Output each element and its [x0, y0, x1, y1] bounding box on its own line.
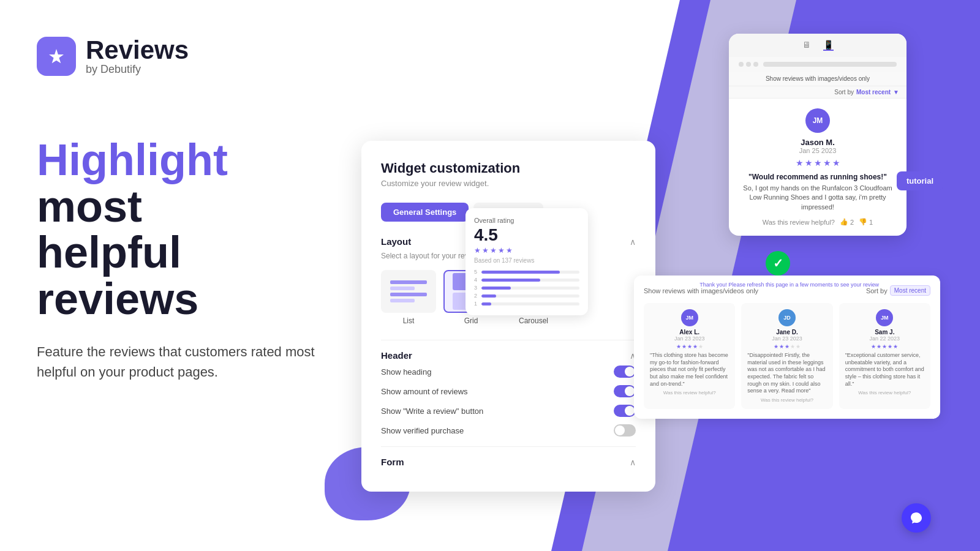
- o-star-4: ★: [498, 246, 505, 255]
- rating-bars: 5 4 3 2 1: [474, 269, 579, 307]
- mini-star-2-3: ★: [785, 343, 790, 350]
- divider-2: [381, 446, 636, 447]
- toggle-row-show-write: Show "Write a review" button: [381, 405, 636, 417]
- layout-option-list[interactable]: List: [381, 270, 436, 325]
- mini-name-1: Alex L.: [650, 329, 729, 335]
- mini-star-2-1: ★: [774, 343, 778, 350]
- toggle-show-heading[interactable]: [614, 365, 636, 378]
- filter-text: Show reviews with images/videos only: [766, 75, 870, 82]
- list-line-4: [390, 299, 415, 302]
- logo-icon: [37, 37, 76, 76]
- bar-track-5: [481, 271, 579, 274]
- preview-top-bar: 🖥 📱: [729, 34, 907, 57]
- bar-fill-4: [481, 279, 540, 282]
- bar-track-4: [481, 279, 579, 282]
- o-star-3: ★: [490, 246, 497, 255]
- bar-row-2: 2: [474, 293, 579, 299]
- layout-thumb-list: [381, 270, 436, 313]
- bar-row-3: 3: [474, 285, 579, 291]
- layout-chevron-icon: ∧: [630, 237, 636, 247]
- panel-subtitle: Customize your review widget.: [381, 179, 636, 188]
- filter-bar-line: [763, 62, 897, 67]
- logo-container: Reviews by Debutify: [37, 37, 331, 76]
- helpful-row: Was this review helpful? 👍 2 👎 1: [739, 218, 897, 226]
- tablet-icon[interactable]: 📱: [823, 40, 834, 51]
- tutorial-button[interactable]: tutorial: [897, 171, 943, 190]
- helpful-no-btn[interactable]: 👎 1: [859, 218, 873, 226]
- filter-dots: [739, 62, 758, 67]
- mini-star-3-5: ★: [893, 343, 898, 350]
- stars-row: ★ ★ ★ ★ ★: [739, 158, 897, 168]
- dot-2: [746, 62, 751, 67]
- list-item: JD Jane D. Jan 23 2023 ★ ★ ★ ★ ★ "Disapp…: [741, 303, 832, 409]
- toggle-row-show-heading: Show heading: [381, 365, 636, 378]
- helpful-yes-btn[interactable]: 👍 2: [840, 218, 854, 226]
- mini-star-2-2: ★: [779, 343, 784, 350]
- bar-row-5: 5: [474, 269, 579, 275]
- headline-highlight: Highlight: [37, 135, 228, 184]
- preview-filter-bar: [729, 57, 907, 72]
- mini-star-2-5: ★: [796, 343, 801, 350]
- bar-label-4: 4: [474, 277, 479, 283]
- mini-name-2: Jane D.: [747, 329, 826, 335]
- subtext: Feature the reviews that customers rated…: [37, 342, 318, 382]
- star-4: ★: [823, 158, 831, 168]
- helpful-question: Was this review helpful?: [763, 219, 835, 226]
- o-star-5: ★: [506, 246, 513, 255]
- header-section-title: Header: [381, 350, 412, 361]
- divider-1: [381, 340, 636, 340]
- mini-avatar-2: JD: [778, 309, 796, 326]
- mini-name-3: Sam J.: [845, 329, 924, 335]
- mini-review-text-1: "This clothing store has become my go-to…: [650, 352, 729, 388]
- bar-row-4: 4: [474, 277, 579, 283]
- mini-review-text-2: "Disappointed! Firstly, the material use…: [747, 352, 826, 395]
- overall-stars: ★ ★ ★ ★ ★: [474, 246, 579, 255]
- headline: Highlight mosthelpful reviews: [37, 137, 331, 322]
- overall-count: Based on 137 reviews: [474, 257, 579, 264]
- header-section-header: Header ∧: [381, 350, 636, 361]
- layout-label-list: List: [403, 317, 415, 325]
- bar-label-1: 1: [474, 301, 479, 307]
- reviewer-name: Jason M.: [739, 138, 897, 147]
- sort-select[interactable]: Most recent: [890, 285, 930, 296]
- mini-star-1-2: ★: [682, 343, 687, 350]
- toggle-show-verified[interactable]: [614, 424, 636, 437]
- toggle-label-show-write: Show "Write a review" button: [381, 407, 483, 416]
- toggle-label-show-verified: Show verified purchase: [381, 426, 464, 435]
- toggle-show-amount[interactable]: [614, 385, 636, 397]
- preview-content: JM Jason M. Jan 25 2023 ★ ★ ★ ★ ★ "Would…: [729, 99, 907, 236]
- list-lines-preview: [385, 276, 432, 307]
- mini-star-3-1: ★: [871, 343, 876, 350]
- panel-title: Widget customization: [381, 160, 636, 176]
- desktop-icon[interactable]: 🖥: [802, 40, 811, 51]
- mini-avatar-1: JM: [681, 309, 698, 326]
- review-title: "Would recommend as running shoes!": [739, 173, 897, 181]
- bar-row-1: 1: [474, 301, 579, 307]
- sort-chevron-icon: ▼: [893, 89, 899, 96]
- bar-track-3: [481, 287, 579, 290]
- reviewer-date: Jan 25 2023: [739, 147, 897, 154]
- toggle-row-show-verified: Show verified purchase: [381, 424, 636, 437]
- form-section: Form ∧: [381, 457, 636, 467]
- mini-helpful-3: Was this review helpful?: [845, 390, 924, 395]
- mini-star-1-3: ★: [687, 343, 692, 350]
- bar-track-2: [481, 294, 579, 298]
- filter-text-bar: Show reviews with images/videos only: [729, 72, 907, 86]
- bar-fill-5: [481, 271, 560, 274]
- mini-star-1-1: ★: [676, 343, 681, 350]
- form-section-header: Form ∧: [381, 457, 636, 467]
- checkmark-badge: ✓: [766, 251, 790, 276]
- mini-stars-3: ★ ★ ★ ★ ★: [845, 343, 924, 350]
- toggle-show-write[interactable]: [614, 405, 636, 417]
- chat-bubble[interactable]: [902, 503, 931, 533]
- layout-label-carousel: Carousel: [519, 317, 548, 325]
- logo-title: Reviews: [86, 37, 189, 63]
- dot-1: [739, 62, 744, 67]
- star-3: ★: [814, 158, 822, 168]
- overall-label: Overall rating: [474, 217, 579, 224]
- tab-general-settings[interactable]: General Settings: [381, 203, 469, 222]
- logo-text-area: Reviews by Debutify: [86, 37, 189, 76]
- star-5: ★: [832, 158, 840, 168]
- bar-track-1: [481, 302, 579, 305]
- overall-score: 4.5: [474, 227, 579, 244]
